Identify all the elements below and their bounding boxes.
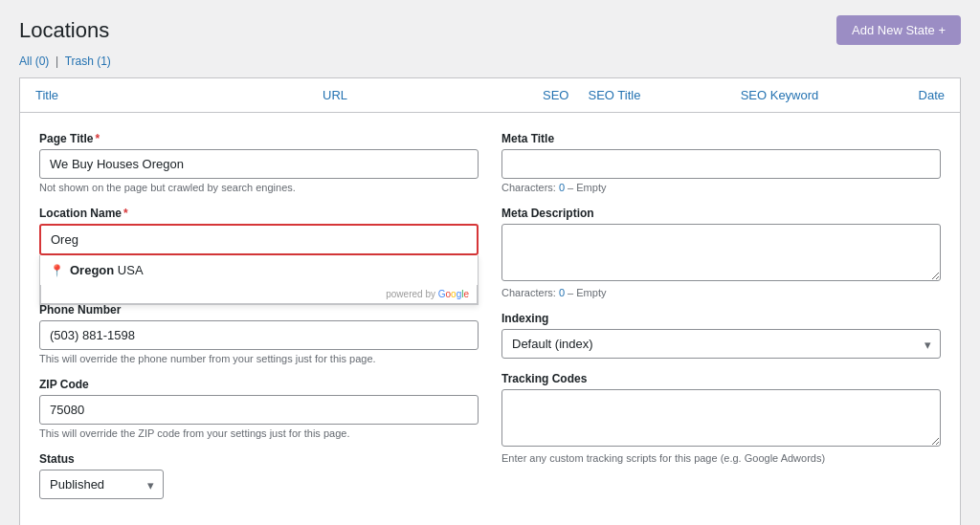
location-name-label: Location Name* bbox=[39, 207, 479, 220]
col-header-title[interactable]: Title bbox=[35, 88, 189, 102]
col-header-seo-title[interactable]: SEO Title bbox=[588, 88, 640, 102]
page-title-label: Page Title* bbox=[39, 132, 479, 145]
page-title-hint: Not shown on the page but crawled by sea… bbox=[39, 182, 479, 193]
page-title: Locations bbox=[19, 18, 109, 43]
status-label: Status bbox=[39, 452, 479, 466]
indexing-group: Indexing Default (index) Index No Index bbox=[501, 312, 941, 359]
meta-desc-group: Meta Description Characters: 0 – Empty bbox=[501, 207, 941, 298]
status-select-wrapper: Published Draft Pending bbox=[39, 470, 164, 499]
filter-all-link[interactable]: All (0) bbox=[19, 55, 53, 68]
status-select[interactable]: Published Draft Pending bbox=[39, 470, 164, 499]
col-header-url[interactable]: URL bbox=[323, 88, 495, 102]
col-header-date[interactable]: Date bbox=[919, 88, 945, 102]
col-header-seo[interactable]: SEO bbox=[543, 88, 568, 102]
meta-title-group: Meta Title Characters: 0 – Empty bbox=[501, 132, 941, 193]
indexing-select-wrapper: Default (index) Index No Index bbox=[501, 329, 941, 359]
location-name-input[interactable] bbox=[39, 224, 479, 255]
filter-bar: All (0) | Trash (1) bbox=[19, 55, 961, 68]
phone-group: Phone Number This will override the phon… bbox=[39, 303, 479, 364]
indexing-select[interactable]: Default (index) Index No Index bbox=[501, 329, 941, 359]
page-title-input[interactable] bbox=[39, 149, 479, 179]
meta-title-label: Meta Title bbox=[501, 132, 941, 145]
zip-label: ZIP Code bbox=[39, 378, 479, 391]
tracking-hint: Enter any custom tracking scripts for th… bbox=[501, 452, 941, 464]
indexing-label: Indexing bbox=[501, 312, 941, 325]
page-title-group: Page Title* Not shown on the page but cr… bbox=[39, 132, 479, 193]
meta-title-input[interactable] bbox=[501, 149, 941, 179]
zip-input[interactable] bbox=[39, 395, 479, 425]
add-new-state-button[interactable]: Add New State + bbox=[836, 15, 961, 45]
phone-hint: This will override the phone number from… bbox=[39, 353, 479, 364]
phone-input[interactable] bbox=[39, 320, 479, 350]
meta-title-hint: Characters: 0 – Empty bbox=[501, 182, 941, 193]
table-header: Title URL SEO SEO Title SEO Keyword Date bbox=[19, 77, 961, 112]
powered-by: powered by Google bbox=[40, 285, 478, 304]
location-name-group: Location Name* 📍 Oregon USA powered by G… bbox=[39, 207, 479, 255]
meta-desc-label: Meta Description bbox=[501, 207, 941, 220]
autocomplete-text: Oregon USA bbox=[70, 263, 144, 277]
zip-hint: This will override the ZIP code from you… bbox=[39, 427, 479, 439]
col-header-seo-keyword[interactable]: SEO Keyword bbox=[741, 88, 819, 102]
autocomplete-dropdown: 📍 Oregon USA powered by Google bbox=[39, 255, 479, 305]
tracking-textarea[interactable] bbox=[501, 389, 941, 447]
status-group: Status Published Draft Pending bbox=[39, 452, 479, 499]
autocomplete-item-oregon[interactable]: 📍 Oregon USA bbox=[40, 255, 478, 285]
meta-desc-chars-count-link[interactable]: 0 bbox=[559, 287, 565, 298]
form-panel: Page Title* Not shown on the page but cr… bbox=[19, 112, 961, 525]
powered-by-text: powered by bbox=[386, 289, 437, 299]
meta-chars-count-link[interactable]: 0 bbox=[559, 182, 565, 193]
google-logo: Google bbox=[438, 289, 469, 299]
pin-icon: 📍 bbox=[50, 264, 64, 277]
meta-desc-hint: Characters: 0 – Empty bbox=[501, 287, 941, 298]
meta-desc-textarea[interactable] bbox=[501, 224, 941, 281]
filter-trash-link[interactable]: Trash (1) bbox=[65, 55, 111, 68]
tracking-label: Tracking Codes bbox=[501, 372, 941, 385]
zip-group: ZIP Code This will override the ZIP code… bbox=[39, 378, 479, 439]
phone-label: Phone Number bbox=[39, 303, 479, 317]
tracking-group: Tracking Codes Enter any custom tracking… bbox=[501, 372, 941, 464]
